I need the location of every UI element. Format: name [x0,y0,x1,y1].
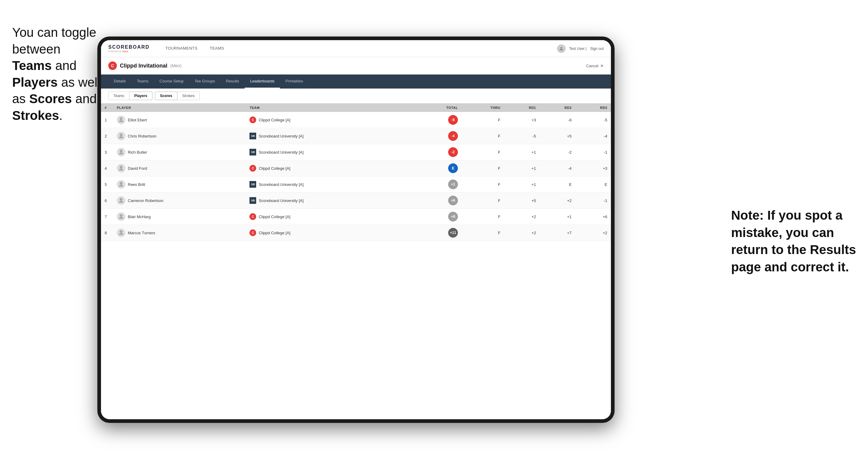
player-name: Rich Butler [128,150,147,155]
sign-out-link[interactable]: Sign out [590,46,603,51]
toggle-strokes[interactable]: Strokes [177,92,200,100]
top-nav: SCOREBOARD Powered by clippd TOURNAMENTS… [101,40,611,57]
team-name: Clippd College [A] [258,118,290,122]
tablet-screen: SCOREBOARD Powered by clippd TOURNAMENTS… [101,40,611,419]
player-name: Cameron Robertson [128,198,163,203]
row-team: SBScoreboard University [A] [246,193,397,209]
player-name: Marcus Turners [128,230,155,235]
table-row: 2 Chris Robertson SBScoreboard Universit… [101,128,611,144]
row-rd2: -6 [540,112,575,128]
subnav-results[interactable]: Results [221,74,245,89]
row-rd1: +2 [504,209,540,225]
team-logo-clippd: C [249,229,256,236]
svg-point-3 [120,150,122,152]
row-rd3: +3 [575,160,611,177]
row-rd1: +2 [504,225,540,241]
col-team: TEAM [246,103,397,112]
score-badge: +8 [448,212,458,221]
row-pos: 6 [101,193,113,209]
player-avatar [117,132,125,140]
logo-area: SCOREBOARD Powered by clippd [108,44,150,53]
team-logo-scoreboard: SB [249,181,256,188]
nav-teams[interactable]: TEAMS [204,40,230,57]
row-rd1: +5 [504,193,540,209]
row-rd3: +6 [575,209,611,225]
table-row: 1 Elliot Ebert CClippd College [A]-8F+3-… [101,112,611,128]
team-name: Scoreboard University [A] [258,198,303,203]
row-total: +11 [415,225,462,241]
svg-point-7 [120,214,122,217]
toggle-scores[interactable]: Scores [155,92,177,100]
row-team: SBScoreboard University [A] [246,128,397,144]
row-team: CClippd College [A] [246,112,397,128]
subnav-printables[interactable]: Printables [280,74,309,89]
team-name: Scoreboard University [A] [258,150,303,155]
row-player: David Ford [113,160,246,177]
table-row: 8 Marcus Turners CClippd College [A]+11F… [101,225,611,241]
table-row: 7 Blair McHarg CClippd College [A]+8F+2+… [101,209,611,225]
team-name: Clippd College [A] [258,215,290,219]
col-pos: # [101,103,113,112]
row-player: Blair McHarg [113,209,246,225]
row-thru: F [462,128,504,144]
svg-point-5 [120,182,122,185]
team-name: Scoreboard University [A] [258,182,303,187]
toggle-players[interactable]: Players [129,92,152,100]
col-rd2: RD2 [540,103,575,112]
row-thru: F [462,177,504,193]
tournament-gender: (Men) [170,63,182,68]
row-pos: 3 [101,144,113,160]
player-name: Rees Britt [128,182,145,187]
toggle-bar: Teams Players Scores Strokes [101,89,611,103]
row-rd3: -1 [575,193,611,209]
row-rd1: +1 [504,177,540,193]
left-annotation: You can toggle between Teams and Players… [12,24,103,124]
col-total: TOTAL [415,103,462,112]
team-name: Clippd College [A] [258,166,290,171]
cancel-button[interactable]: Cancel ✕ [586,64,603,68]
tablet-frame: SCOREBOARD Powered by clippd TOURNAMENTS… [97,36,615,423]
sub-nav: Details Teams Course Setup Tee Groups Re… [101,74,611,89]
row-pos: 4 [101,160,113,177]
tournament-title-row: C Clippd Invitational (Men) [108,61,182,70]
subnav-details[interactable]: Details [108,74,131,89]
user-avatar [557,44,566,53]
row-rd2: +2 [540,193,575,209]
team-logo-clippd: C [249,165,256,172]
row-team: SBScoreboard University [A] [246,177,397,193]
player-name: Elliot Ebert [128,118,147,122]
svg-point-4 [120,166,122,168]
row-rd3: -4 [575,128,611,144]
subnav-leaderboards[interactable]: Leaderboards [245,74,280,89]
score-badge: -8 [448,115,458,125]
row-rd1: +3 [504,112,540,128]
svg-point-1 [120,118,122,120]
score-badge: +11 [448,228,458,238]
row-player: Cameron Robertson [113,193,246,209]
logo-title: SCOREBOARD [108,44,150,50]
nav-tournaments[interactable]: TOURNAMENTS [159,40,204,57]
row-pos: 5 [101,177,113,193]
row-rd3: -5 [575,112,611,128]
player-avatar [117,196,125,205]
nav-right: Test User | Sign out [557,44,603,53]
subnav-teams[interactable]: Teams [131,74,154,89]
row-thru: F [462,112,504,128]
row-total: -2 [415,144,462,160]
toggle-teams[interactable]: Teams [108,92,129,100]
row-pos: 7 [101,209,113,225]
subnav-course-setup[interactable]: Course Setup [154,74,189,89]
row-team: CClippd College [A] [246,209,397,225]
team-name: Clippd College [A] [258,230,290,235]
row-thru: F [462,160,504,177]
team-logo-clippd: C [249,117,256,123]
row-pos: 2 [101,128,113,144]
row-total: +1 [415,177,462,193]
row-player: Chris Robertson [113,128,246,144]
row-rd3: E [575,177,611,193]
player-avatar [117,164,125,173]
subnav-tee-groups[interactable]: Tee Groups [189,74,221,89]
svg-point-2 [120,133,122,136]
row-rd2: -4 [540,160,575,177]
col-spacer [397,103,415,112]
